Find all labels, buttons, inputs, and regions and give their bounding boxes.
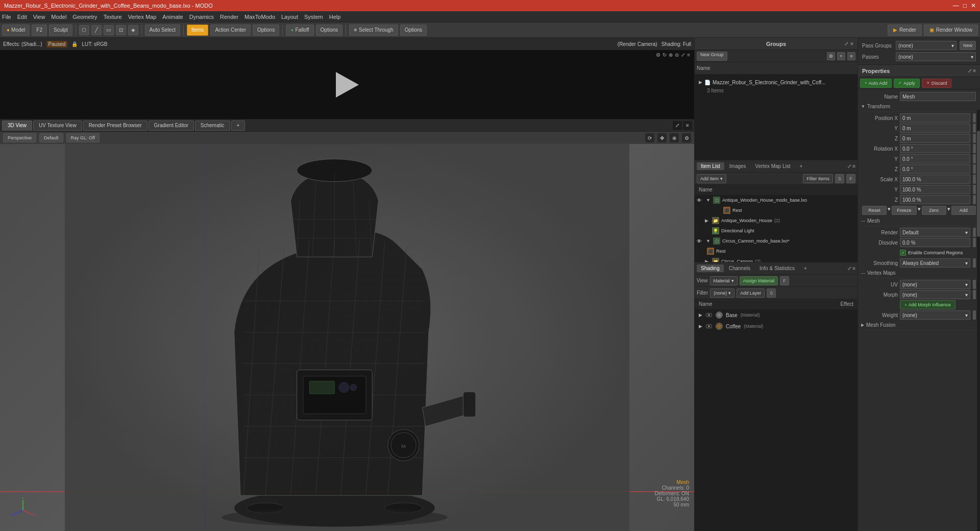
tab-shading[interactable]: Shading [697, 264, 724, 272]
tab-3d-view[interactable]: 3D View [2, 120, 32, 131]
minimize-button[interactable]: — [953, 2, 959, 9]
shading-expand-icon[interactable]: ⤢ [847, 266, 851, 271]
sculpt-button[interactable]: Sculpt [49, 25, 72, 36]
ray-gl-button[interactable]: Ray GL: Off [66, 133, 100, 142]
item-list-s-button[interactable]: S [835, 174, 844, 183]
eye-icon-5[interactable]: 👁 [697, 238, 704, 244]
zero-button[interactable]: Zero [922, 206, 946, 215]
groups-icon1[interactable]: ⚙ [827, 52, 835, 60]
expand-icon-3[interactable]: ▶ [705, 218, 710, 223]
menu-dynamics[interactable]: Dynamics [189, 14, 214, 20]
vertex-maps-section-header[interactable]: — Vertex Maps [860, 268, 978, 278]
vp-expand-icon[interactable]: ⤢ [673, 121, 682, 130]
value-slider-3[interactable] [973, 134, 976, 143]
transform-collapse-icon[interactable]: ▼ [861, 104, 865, 109]
dissolve-value[interactable]: 0.0 % [900, 238, 970, 247]
list-item-base[interactable]: ▶ Base (Material) [695, 309, 857, 321]
zoom-out-icon[interactable]: ⊖ [675, 52, 679, 58]
select-through-options-button[interactable]: Options [400, 25, 427, 36]
expand-icon[interactable]: ▼ [706, 198, 711, 203]
freeze-button[interactable]: Freeze [892, 206, 916, 215]
menu-model[interactable]: Model [51, 14, 66, 20]
list-item[interactable]: 👁 ▼ ⬡ Antique_Wooden_House_modo_base.lxo [695, 195, 857, 205]
expand-icon[interactable]: ⤢ [681, 52, 685, 58]
weight-dropdown[interactable]: (none) ▾ [900, 310, 970, 320]
list-item[interactable]: 💡 Directional Light [695, 226, 857, 236]
shading-eye-icon[interactable] [705, 311, 713, 319]
position-x-value[interactable]: 0 m [900, 113, 970, 123]
scale-x-value[interactable]: 100.0 % [900, 175, 970, 184]
add-layer-button[interactable]: Add Layer [737, 288, 765, 298]
action-center-button[interactable]: Action Center [210, 25, 251, 36]
auto-select-button[interactable]: Auto Select [145, 25, 180, 36]
edge-mode-icon[interactable]: ╱ [91, 25, 102, 35]
add-item-button[interactable]: Add Item ▾ [697, 174, 726, 183]
value-slider-7[interactable] [973, 175, 976, 184]
tab-info-stats[interactable]: Info & Statistics [755, 264, 799, 272]
vp-menu-icon[interactable]: ≡ [683, 121, 692, 130]
tab-item-list[interactable]: Item List [697, 162, 724, 170]
value-slider-2[interactable] [973, 124, 976, 133]
zero-dropdown[interactable]: ▾ [947, 206, 950, 215]
rotation-z-value[interactable]: 0.0 ° [900, 164, 970, 174]
shading-expand-coffee[interactable]: ▶ [699, 324, 702, 329]
props-menu-icon[interactable]: ≡ [973, 68, 976, 74]
group-item[interactable]: ▶ 📄 Mazzer_Robur_S_Electronic_Grinder_wi… [697, 77, 855, 88]
tab-channels[interactable]: Channels [725, 264, 754, 272]
rotation-x-value[interactable]: 0.0 ° [900, 144, 970, 153]
list-item[interactable]: ▶ 📁 Circus_Cannon (2) [695, 256, 857, 262]
tab-gradient-editor[interactable]: Gradient Editor [149, 120, 194, 131]
poly-mode-icon[interactable]: ▭ [104, 25, 114, 35]
menu-icon[interactable]: ≡ [687, 52, 690, 58]
default-button[interactable]: Default [39, 133, 63, 142]
render-button[interactable]: ▶ Render [888, 25, 922, 36]
list-item[interactable]: ⬛ Rest [695, 205, 857, 215]
shading-menu-icon[interactable]: ≡ [852, 266, 855, 271]
props-scrollbar-thumb[interactable] [977, 131, 980, 236]
render-window-button[interactable]: ▣ Render Window [924, 25, 978, 36]
uv-dropdown[interactable]: (none) ▾ [900, 280, 970, 289]
shading-f-button[interactable]: F [780, 276, 789, 285]
menu-system[interactable]: System [304, 14, 323, 20]
morph-dropdown[interactable]: (none) ▾ [900, 290, 970, 299]
shading-expand-base[interactable]: ▶ [699, 312, 702, 318]
mesh-section-header[interactable]: — Mesh [860, 216, 978, 226]
value-slider-9[interactable] [973, 195, 976, 204]
window-controls[interactable]: — □ ✕ [953, 2, 976, 9]
item-panel-expand-icon[interactable]: ⤢ [847, 163, 851, 169]
mesh-fusion-section-header[interactable]: ▶ Mesh Fusion [860, 320, 978, 330]
list-item[interactable]: 👁 ▼ ⬡ Circus_Cannon_modo_base.lxo* [695, 236, 857, 246]
eye-icon[interactable]: 👁 [697, 198, 704, 203]
model-button[interactable]: ● Model [2, 25, 30, 36]
weight-slider[interactable] [973, 310, 976, 320]
falloff-options-button[interactable]: Options [316, 25, 342, 36]
value-slider-4[interactable] [973, 144, 976, 153]
perspective-button[interactable]: Perspective [3, 133, 36, 142]
play-preview-button[interactable] [332, 69, 362, 100]
groups-icon3[interactable]: ≡ [847, 52, 855, 60]
scale-y-value[interactable]: 100.0 % [900, 185, 970, 194]
close-button[interactable]: ✕ [971, 2, 976, 9]
tab-vertex-map-list[interactable]: Vertex Map List [751, 162, 795, 170]
dissolve-slider[interactable] [973, 238, 976, 247]
smoothing-slider[interactable] [973, 258, 976, 268]
props-expand-icon[interactable]: ⤢ [968, 68, 972, 74]
menu-texture[interactable]: Texture [104, 14, 122, 20]
menu-help[interactable]: Help [329, 14, 341, 20]
tab-uv-texture[interactable]: UV Texture View [33, 120, 82, 131]
auto-add-button[interactable]: + Auto Add [860, 79, 892, 88]
menu-geometry[interactable]: Geometry [72, 14, 97, 20]
props-scrollbar[interactable] [977, 110, 980, 333]
reset-dropdown[interactable]: ▾ [888, 206, 891, 215]
value-slider-8[interactable] [973, 185, 976, 194]
assign-material-button[interactable]: Assign Material [740, 276, 778, 285]
rotation-y-value[interactable]: 0.0 ° [900, 154, 970, 163]
zoom-in-icon[interactable]: ⊕ [669, 52, 673, 58]
vp-zoom-icon[interactable]: ⊕ [670, 133, 679, 142]
menu-maxtomodo[interactable]: MaxToModo [244, 14, 275, 20]
position-y-value[interactable]: 0 m [900, 124, 970, 133]
expand-icon-5[interactable]: ▼ [706, 238, 711, 244]
tab-shading-add[interactable]: + [800, 264, 811, 272]
preview-icons[interactable]: ⚙ ↻ ⊕ ⊖ ⤢ ≡ [656, 52, 690, 58]
settings-icon[interactable]: ⚙ [656, 52, 660, 58]
